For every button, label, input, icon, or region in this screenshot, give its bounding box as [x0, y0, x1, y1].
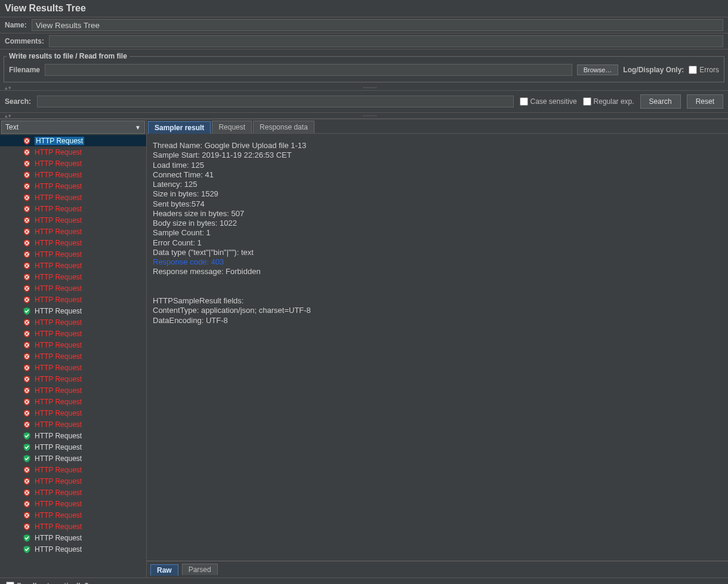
- shield-error-icon: [23, 375, 31, 383]
- shield-error-icon: [23, 341, 31, 349]
- tree-item[interactable]: HTTP Request: [0, 203, 146, 214]
- tree-item-label: HTTP Request: [35, 182, 82, 190]
- tree-item-label: HTTP Request: [35, 409, 82, 417]
- tree-item[interactable]: HTTP Request: [0, 158, 146, 169]
- regex-wrap[interactable]: Regular exp.: [583, 97, 634, 106]
- shield-error-icon: [23, 205, 31, 213]
- tree-item[interactable]: HTTP Request: [0, 487, 146, 498]
- shield-error-icon: [23, 500, 31, 508]
- collapse-handle-top[interactable]: ▴▾┄┄┄┄: [0, 85, 728, 91]
- tree-item-label: HTTP Request: [35, 330, 82, 338]
- tree-item[interactable]: HTTP Request: [0, 316, 146, 328]
- tree-item[interactable]: HTTP Request: [0, 339, 146, 351]
- tree-item[interactable]: HTTP Request: [0, 532, 146, 543]
- shield-error-icon: [23, 284, 31, 293]
- search-input[interactable]: [37, 96, 513, 107]
- tree-item[interactable]: HTTP Request: [0, 328, 146, 339]
- shield-error-icon: [23, 488, 31, 497]
- tree-item-label: HTTP Request: [35, 216, 82, 225]
- tree-item[interactable]: HTTP Request: [0, 373, 146, 385]
- tree-item-label: HTTP Request: [35, 386, 82, 395]
- errors-checkbox[interactable]: [689, 66, 697, 74]
- comments-input[interactable]: [49, 35, 723, 47]
- shield-success-icon: [23, 545, 31, 554]
- tree-item-label: HTTP Request: [35, 228, 82, 236]
- name-input[interactable]: [32, 19, 723, 31]
- tree-item-label: HTTP Request: [35, 205, 82, 213]
- tree-item[interactable]: HTTP Request: [0, 430, 146, 441]
- case-sensitive-checkbox[interactable]: [520, 97, 528, 106]
- errors-checkbox-label: Errors: [699, 66, 719, 74]
- tab-request[interactable]: Request: [212, 121, 252, 133]
- case-sensitive-label: Case sensitive: [530, 97, 577, 106]
- shield-success-icon: [23, 432, 31, 440]
- subtab-raw[interactable]: Raw: [150, 564, 178, 576]
- tree-item[interactable]: HTTP Request: [0, 248, 146, 260]
- scroll-auto-checkbox[interactable]: [6, 582, 14, 584]
- tree-item[interactable]: HTTP Request: [0, 419, 146, 430]
- tree-item[interactable]: HTTP Request: [0, 282, 146, 294]
- tree-item-label: HTTP Request: [35, 500, 82, 508]
- tree-item[interactable]: HTTP Request: [0, 146, 146, 158]
- tree-item[interactable]: HTTP Request: [0, 169, 146, 180]
- tree-item-label: HTTP Request: [35, 364, 82, 372]
- search-button[interactable]: Search: [640, 94, 681, 109]
- errors-checkbox-wrap[interactable]: Errors: [689, 66, 719, 74]
- shield-error-icon: [23, 477, 31, 485]
- tree-item[interactable]: HTTP Request: [0, 498, 146, 509]
- tree-item[interactable]: HTTP Request: [0, 509, 146, 521]
- case-sensitive-wrap[interactable]: Case sensitive: [520, 97, 577, 106]
- tree-item-label: HTTP Request: [35, 239, 82, 247]
- tree-item[interactable]: HTTP Request: [0, 362, 146, 373]
- tree-item[interactable]: HTTP Request: [0, 294, 146, 305]
- shield-error-icon: [23, 296, 31, 304]
- browse-button[interactable]: Browse…: [577, 64, 619, 75]
- tree-item[interactable]: HTTP Request: [0, 237, 146, 248]
- tree-item-label: HTTP Request: [35, 477, 82, 485]
- tab-sampler-result[interactable]: Sampler result: [148, 121, 211, 134]
- tree-item-label: HTTP Request: [35, 432, 82, 440]
- tree-item-label: HTTP Request: [35, 488, 82, 497]
- tree-item[interactable]: HTTP Request: [0, 192, 146, 203]
- tree-item[interactable]: HTTP Request: [0, 271, 146, 282]
- shield-error-icon: [23, 364, 31, 372]
- shield-error-icon: [23, 148, 31, 156]
- filename-input[interactable]: [45, 64, 572, 76]
- collapse-handle-bottom[interactable]: ▴▾┄┄┄┄: [0, 113, 728, 119]
- tree-item-label: HTTP Request: [35, 318, 82, 327]
- tree-item[interactable]: HTTP Request: [0, 385, 146, 396]
- tree-item[interactable]: HTTP Request: [0, 441, 146, 453]
- shield-error-icon: [23, 466, 31, 474]
- shield-error-icon: [23, 522, 31, 531]
- tree-item[interactable]: HTTP Request: [0, 475, 146, 487]
- tree-item[interactable]: HTTP Request: [0, 135, 146, 146]
- scroll-auto-wrap[interactable]: Scroll automatically?: [6, 582, 89, 584]
- shield-error-icon: [23, 239, 31, 247]
- renderer-dropdown[interactable]: Text ▼: [1, 121, 145, 134]
- tree-item[interactable]: HTTP Request: [0, 464, 146, 475]
- tree-item[interactable]: HTTP Request: [0, 351, 146, 362]
- results-tree[interactable]: HTTP RequestHTTP RequestHTTP RequestHTTP…: [0, 135, 146, 577]
- tree-item[interactable]: HTTP Request: [0, 521, 146, 532]
- tab-response-data[interactable]: Response data: [253, 121, 314, 133]
- reset-button[interactable]: Reset: [687, 94, 723, 109]
- tree-item[interactable]: HTTP Request: [0, 260, 146, 271]
- tree-item[interactable]: HTTP Request: [0, 407, 146, 419]
- shield-error-icon: [23, 193, 31, 202]
- tree-item[interactable]: HTTP Request: [0, 214, 146, 226]
- subtab-parsed[interactable]: Parsed: [182, 564, 218, 575]
- name-label: Name:: [5, 21, 27, 29]
- tree-item[interactable]: HTTP Request: [0, 305, 146, 316]
- tree-item[interactable]: HTTP Request: [0, 453, 146, 464]
- tree-item[interactable]: HTTP Request: [0, 543, 146, 555]
- tree-item-label: HTTP Request: [35, 511, 82, 520]
- tree-item[interactable]: HTTP Request: [0, 396, 146, 407]
- shield-error-icon: [23, 511, 31, 520]
- tree-item-label: HTTP Request: [35, 375, 82, 383]
- tree-item[interactable]: HTTP Request: [0, 180, 146, 192]
- tree-item[interactable]: HTTP Request: [0, 226, 146, 237]
- tree-item-label: HTTP Request: [35, 273, 82, 281]
- shield-success-icon: [23, 307, 31, 315]
- panel-title: View Results Tree: [0, 0, 728, 17]
- regex-checkbox[interactable]: [583, 97, 591, 106]
